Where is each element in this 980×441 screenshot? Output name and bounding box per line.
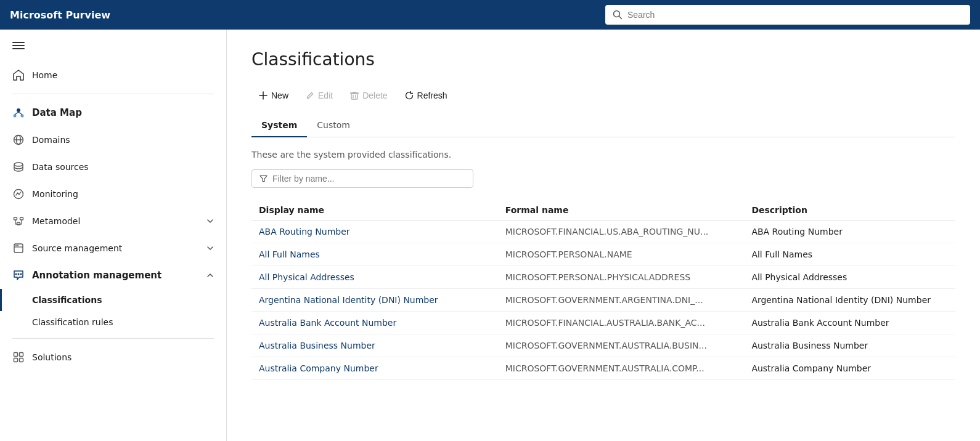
svg-line-1: [619, 17, 622, 19]
cell-description: All Physical Addresses: [744, 266, 955, 289]
cell-formal-name: MICROSOFT.GOVERNMENT.AUSTRALIA.BUSIN...: [498, 334, 745, 357]
source-management-chevron-icon: [206, 245, 214, 252]
edit-button[interactable]: Edit: [298, 87, 340, 104]
datamap-icon: [12, 107, 25, 119]
cell-description: Australia Business Number: [744, 334, 955, 357]
sidebar-subitem-classifications[interactable]: Classifications: [0, 289, 226, 311]
svg-rect-2: [12, 42, 25, 43]
sidebar-item-source-management-label: Source management: [32, 243, 122, 253]
home-icon: [12, 69, 25, 81]
topbar: Microsoft Purview: [0, 0, 980, 30]
cell-formal-name: MICROSOFT.GOVERNMENT.AUSTRALIA.COMP...: [498, 357, 745, 380]
page-title: Classifications: [251, 49, 955, 70]
cell-description: Australia Company Number: [744, 357, 955, 380]
description-text: These are the system provided classifica…: [251, 150, 955, 160]
sidebar-item-solutions-label: Solutions: [32, 352, 71, 362]
sidebar-divider-1: [12, 94, 214, 94]
table-row: Australia Company NumberMICROSOFT.GOVERN…: [251, 357, 955, 380]
svg-point-26: [18, 273, 20, 275]
cell-display-name[interactable]: ABA Routing Number: [251, 220, 498, 243]
table-row: Australia Bank Account NumberMICROSOFT.F…: [251, 312, 955, 334]
cell-display-name[interactable]: All Full Names: [251, 243, 498, 266]
sidebar-divider-2: [12, 338, 214, 339]
table-row: ABA Routing NumberMICROSOFT.FINANCIAL.US…: [251, 220, 955, 243]
sidebar-item-metamodel[interactable]: Metamodel: [0, 208, 226, 235]
svg-rect-35: [351, 94, 357, 99]
svg-rect-15: [14, 217, 17, 220]
svg-line-8: [15, 112, 18, 115]
app-title: Microsoft Purview: [10, 9, 110, 21]
svg-line-9: [18, 112, 22, 115]
sidebar-item-metamodel-label: Metamodel: [32, 216, 80, 226]
table-row: Argentina National Identity (DNI) Number…: [251, 289, 955, 312]
metamodel-icon: [12, 215, 25, 227]
sidebar-item-datamap[interactable]: Data Map: [0, 99, 226, 126]
layout: Home Data Map: [0, 30, 980, 441]
sidebar-item-home[interactable]: Home: [0, 62, 226, 89]
cell-display-name[interactable]: Argentina National Identity (DNI) Number: [251, 289, 498, 312]
sidebar-item-datamap-label: Data Map: [32, 107, 82, 118]
sidebar: Home Data Map: [0, 30, 227, 441]
sidebar-item-monitoring-label: Monitoring: [32, 189, 78, 199]
cell-description: All Full Names: [744, 243, 955, 266]
sidebar-item-home-label: Home: [32, 70, 57, 80]
new-button[interactable]: New: [251, 87, 296, 104]
sidebar-item-annotation-management[interactable]: Annotation management Classifications Cl…: [0, 262, 226, 333]
svg-rect-4: [12, 48, 25, 49]
col-display-name: Display name: [251, 200, 498, 220]
monitoring-icon: [12, 188, 25, 200]
domains-icon: [12, 134, 25, 146]
refresh-button[interactable]: Refresh: [398, 87, 455, 104]
cell-description: Argentina National Identity (DNI) Number: [744, 289, 955, 312]
annotation-management-label: Annotation management: [32, 270, 161, 281]
cell-description: Australia Bank Account Number: [744, 312, 955, 334]
cell-display-name[interactable]: Australia Company Number: [251, 357, 498, 380]
annotation-chevron-icon: [206, 272, 214, 279]
classifications-label: Classifications: [32, 295, 102, 305]
svg-point-25: [17, 245, 18, 246]
annotation-icon: [12, 269, 25, 281]
delete-button[interactable]: Delete: [343, 87, 394, 104]
table-header-row: Display name Formal name Description: [251, 200, 955, 220]
search-input[interactable]: [627, 10, 963, 20]
toolbar: New Edit Delete: [251, 87, 955, 104]
svg-rect-31: [14, 358, 18, 362]
tabs: System Custom: [251, 114, 955, 137]
sidebar-item-datasources[interactable]: Data sources: [0, 153, 226, 180]
search-box[interactable]: [605, 5, 970, 25]
svg-rect-29: [14, 353, 18, 357]
classifications-table: Display name Formal name Description ABA…: [251, 200, 955, 380]
sidebar-item-solutions[interactable]: Solutions: [0, 344, 226, 371]
filter-input[interactable]: [272, 174, 465, 184]
cell-display-name[interactable]: Australia Bank Account Number: [251, 312, 498, 334]
solutions-icon: [12, 351, 25, 363]
svg-point-24: [15, 245, 17, 246]
tab-custom[interactable]: Custom: [307, 114, 360, 137]
classification-rules-label: Classification rules: [32, 317, 113, 327]
svg-point-6: [14, 115, 17, 118]
sidebar-item-datasources-label: Data sources: [32, 162, 89, 172]
svg-marker-39: [260, 176, 267, 181]
sidebar-subitem-classification-rules[interactable]: Classification rules: [0, 311, 226, 333]
svg-point-28: [20, 273, 22, 275]
sidebar-item-monitoring[interactable]: Monitoring: [0, 180, 226, 208]
filter-box[interactable]: [251, 169, 473, 188]
svg-point-7: [21, 115, 24, 118]
cell-display-name[interactable]: Australia Business Number: [251, 334, 498, 357]
filter-icon: [259, 174, 267, 183]
hamburger-button[interactable]: [0, 30, 226, 62]
tab-system[interactable]: System: [251, 114, 307, 137]
cell-display-name[interactable]: All Physical Addresses: [251, 266, 498, 289]
table-row: All Full NamesMICROSOFT.PERSONAL.NAMEAll…: [251, 243, 955, 266]
plus-icon: [259, 91, 267, 100]
svg-rect-16: [20, 217, 23, 220]
cell-formal-name: MICROSOFT.FINANCIAL.US.ABA_ROUTING_NU...: [498, 220, 745, 243]
edit-icon: [306, 91, 314, 100]
sidebar-item-source-management[interactable]: Source management: [0, 235, 226, 262]
sidebar-item-domains-label: Domains: [32, 135, 70, 145]
col-formal-name: Formal name: [498, 200, 745, 220]
table-row: Australia Business NumberMICROSOFT.GOVER…: [251, 334, 955, 357]
svg-rect-3: [12, 45, 25, 46]
cell-description: ABA Routing Number: [744, 220, 955, 243]
sidebar-item-domains[interactable]: Domains: [0, 126, 226, 153]
